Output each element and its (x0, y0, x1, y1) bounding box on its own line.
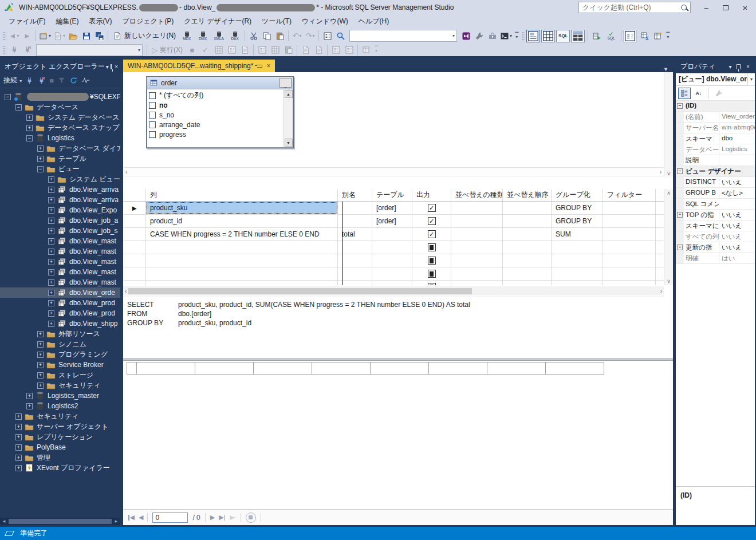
grid-cell[interactable]: [order] (372, 202, 412, 214)
tree-item[interactable]: +セキュリティ (0, 411, 120, 421)
grid-cell[interactable]: GROUP BY (552, 202, 603, 214)
tree-item[interactable]: +dbo.View_mast (0, 267, 120, 277)
criteria-grid-row[interactable] (123, 281, 664, 285)
tree-item[interactable]: +dbo.View_job_s (0, 226, 120, 236)
property-value[interactable]: いいえ (719, 210, 755, 220)
row-selector-cell[interactable] (123, 215, 146, 227)
property-value[interactable]: <なし> (719, 188, 755, 198)
table-column-row[interactable]: arrange_date (149, 120, 284, 129)
grid-cell[interactable] (338, 202, 372, 214)
property-value[interactable]: いいえ (719, 231, 755, 242)
grid-cell[interactable] (146, 254, 338, 267)
property-row[interactable]: 説明 (676, 155, 755, 166)
tree-expander-icon[interactable]: + (26, 125, 33, 131)
tree-expander-icon[interactable]: + (26, 393, 33, 399)
connect-icon[interactable] (25, 76, 34, 85)
grid-cell[interactable] (372, 254, 412, 267)
property-row[interactable]: GROUP B<なし> (676, 188, 755, 199)
window-position-button[interactable]: ▾ (726, 62, 735, 71)
open-file-button[interactable] (66, 30, 80, 42)
property-row[interactable]: スキーマdbo (676, 133, 755, 144)
output-checkbox[interactable]: ✓ (428, 217, 436, 225)
tree-item[interactable]: +システム データベース (0, 112, 120, 123)
tree-expander-icon[interactable]: + (48, 207, 54, 214)
column-checkbox[interactable] (149, 131, 156, 138)
execute-query-button[interactable] (590, 30, 603, 42)
output-checkbox[interactable]: ✓ (428, 204, 436, 212)
save-button[interactable] (80, 30, 93, 42)
tree-expander-icon[interactable]: − (37, 166, 44, 172)
tree-expander-icon[interactable]: + (48, 187, 54, 193)
vs-launch-button[interactable] (459, 30, 472, 42)
criteria-grid-vscrollbar[interactable]: ∧∨ (664, 189, 673, 285)
output-cell[interactable]: ✓ (412, 215, 451, 227)
sql-pane[interactable]: SELECTproduct_sku, product_id, SUM(CASE … (123, 297, 664, 357)
row-selector-cell[interactable] (123, 267, 146, 280)
first-record-button[interactable]: ◀ (128, 514, 134, 521)
change-connection-button[interactable] (21, 44, 34, 56)
tree-expander-icon[interactable]: + (48, 310, 54, 317)
output-cell[interactable] (412, 267, 451, 280)
tree-expander-icon[interactable]: + (48, 290, 54, 296)
tree-item[interactable]: +dbo.View_arriva (0, 184, 120, 195)
minimize-table-button[interactable]: _ (279, 78, 292, 88)
diagram-table-window[interactable]: order _ * (すべての列)nos_noarrange_dateprogr… (146, 76, 294, 148)
toolbar-overflow-button[interactable]: ▔▾ (513, 34, 520, 38)
generate-change-script-button[interactable] (321, 30, 334, 42)
grid-cell[interactable]: GROUP BY (552, 215, 603, 227)
column-header[interactable]: 別名 (338, 189, 372, 201)
menu-item[interactable]: ヘルプ(H) (353, 15, 395, 28)
grid-cell[interactable] (451, 228, 503, 241)
verify-sql-button[interactable]: SQL (603, 30, 619, 42)
column-header[interactable]: 並べ替え順序 (503, 189, 552, 201)
find-combobox[interactable]: ▾ (349, 30, 457, 42)
grid-cell[interactable] (603, 281, 656, 285)
property-value[interactable]: いいえ (719, 242, 755, 253)
toolbar-grip[interactable] (521, 31, 525, 41)
tree-item[interactable]: +PolyBase (0, 442, 120, 452)
collapse-icon[interactable]: − (677, 103, 683, 109)
pin-icon[interactable] (257, 65, 262, 68)
output-cell[interactable]: ✓ (412, 228, 451, 241)
pin-icon[interactable] (111, 64, 112, 69)
results-to-grid-button[interactable] (269, 44, 282, 56)
pin-icon[interactable] (737, 64, 741, 69)
tree-expander-icon[interactable]: + (37, 156, 44, 162)
tree-expander-icon[interactable]: + (37, 145, 44, 152)
output-checkbox[interactable] (428, 283, 436, 285)
add-table-button[interactable] (651, 30, 664, 42)
grid-cell[interactable] (451, 254, 503, 267)
maximize-button[interactable] (716, 1, 735, 14)
grid-cell[interactable] (503, 254, 552, 267)
tree-expander-icon[interactable]: + (48, 259, 54, 265)
tree-item[interactable]: −Logistics (0, 133, 120, 143)
tree-expander-icon[interactable]: − (15, 104, 22, 111)
expand-icon[interactable]: + (677, 212, 683, 218)
menu-item[interactable]: ウィンドウ(W) (297, 15, 353, 28)
grid-cell[interactable] (552, 254, 603, 267)
property-row[interactable]: +更新の指いいえ (676, 242, 755, 253)
show-diagram-pane-button[interactable] (526, 30, 540, 42)
tree-expander-icon[interactable]: + (48, 238, 54, 245)
property-row[interactable]: (名前)View_order_w (676, 112, 755, 123)
stop-icon[interactable]: ■ (49, 76, 54, 85)
grid-cell[interactable] (603, 202, 656, 214)
property-value[interactable]: Logistics (719, 144, 755, 155)
criteria-grid-row[interactable]: CASE WHEN progress = 2 THEN number ELSE … (123, 228, 664, 241)
property-row[interactable]: +TOP の指いいえ (676, 210, 755, 220)
results-splitter[interactable] (123, 358, 673, 361)
grid-cell[interactable]: product_sku (146, 202, 338, 214)
table-column-row[interactable]: s_no (149, 110, 284, 120)
tree-item[interactable]: +テーブル (0, 153, 120, 164)
criteria-grid-row[interactable] (123, 241, 664, 254)
tree-item[interactable]: +dbo.View_prod (0, 298, 120, 308)
criteria-grid-row[interactable] (123, 254, 664, 267)
document-tab[interactable]: WIN-ABMQ0OLD5QF...waiting_shipping* × (123, 60, 275, 72)
add-item-button[interactable]: ▾ (52, 30, 66, 42)
row-selector-cell[interactable] (123, 241, 146, 254)
grid-cell[interactable] (372, 241, 412, 254)
estimated-plan-button[interactable] (212, 44, 225, 56)
tree-item[interactable]: +レプリケーション (0, 432, 120, 442)
tree-item[interactable]: +dbo.View_arriva (0, 195, 120, 205)
property-value[interactable]: dbo (719, 133, 755, 144)
